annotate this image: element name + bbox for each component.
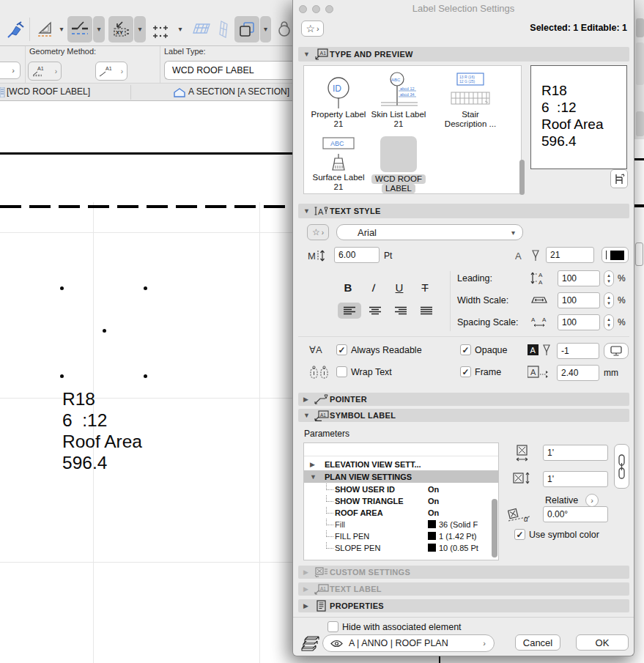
tree-row-roof-area[interactable]: ROOF AREA On (304, 506, 498, 519)
spacing-scale-field[interactable] (558, 314, 600, 330)
align-left-button[interactable] (338, 303, 361, 319)
palette-button[interactable] (636, 18, 644, 37)
section-symbol-label[interactable]: ▼ A1 SYMBOL LABEL (298, 409, 629, 422)
section-pointer[interactable]: ▶ POINTER (298, 393, 629, 406)
section-text-label[interactable]: ▶ A1 TEXT LABEL (298, 582, 629, 596)
opaque-pen-field[interactable] (557, 343, 599, 359)
snap-grid-button[interactable] (149, 16, 173, 42)
disclosure-triangle-icon[interactable]: ▶ (310, 461, 315, 468)
frame-offset-field[interactable] (557, 365, 599, 381)
favorites-popup-button[interactable]: › (0, 62, 21, 79)
text-pen-field[interactable] (546, 247, 594, 263)
screen-only-button[interactable] (604, 343, 629, 359)
coordinate-dropdown-chevron[interactable]: ▾ (134, 16, 146, 42)
list-item-wcd-roof-label-selected[interactable]: WCD ROOFLABEL (365, 136, 432, 193)
snap-grid-dropdown-chevron[interactable]: ▾ (174, 16, 186, 42)
disclosure-triangle-icon[interactable]: ▼ (303, 207, 314, 215)
favorites-button[interactable]: ☆› (301, 21, 324, 37)
width-scale-stepper[interactable]: ▴▾ (604, 292, 614, 308)
set-square-tool-button[interactable] (34, 16, 57, 42)
tree-row-show-user-id[interactable]: SHOW USER ID On (304, 483, 498, 495)
disclosure-triangle-icon[interactable]: ▼ (303, 412, 314, 419)
align-right-button[interactable] (389, 303, 412, 319)
grid-plane-icon[interactable] (215, 16, 232, 42)
parameters-tree[interactable]: ▶ ELEVATION VIEW SETT... ▼ PLAN VIEW SET… (303, 442, 499, 560)
section-type-and-preview[interactable]: ▼ A1 TYPE AND PREVIEW (298, 47, 629, 62)
cancel-button[interactable]: Cancel (515, 634, 560, 651)
selection-handle[interactable] (144, 374, 147, 378)
disclosure-triangle-icon[interactable]: ▼ (303, 51, 314, 58)
snap-guides-button[interactable] (67, 16, 92, 42)
roof-label-text[interactable]: R186 :12Roof Area596.4 (62, 388, 142, 473)
coordinate-input-button[interactable]: XY (108, 16, 133, 42)
geometry-method-associated-button[interactable]: A1 › (28, 62, 62, 81)
tab-a-section[interactable]: A SECTION [A SECTION] (188, 86, 289, 97)
section-custom-settings[interactable]: ▶ CUSTOM SETTINGS (298, 566, 629, 579)
leading-stepper[interactable]: ▴▾ (604, 270, 614, 286)
leading-field[interactable] (558, 270, 600, 286)
width-scale-field[interactable] (558, 292, 600, 308)
section-properties[interactable]: ▶ PROPERTIES (298, 599, 629, 612)
italic-button[interactable]: I (362, 278, 385, 296)
text-style-favorites-button[interactable]: ☆› (307, 224, 329, 240)
tree-row-plan-view-selected[interactable]: ▼ PLAN VIEW SETTINGS (304, 470, 498, 483)
dialog-titlebar[interactable]: Label Selection Settings (293, 0, 634, 16)
tree-row-fill[interactable]: Fill 36 (Solid F (304, 518, 498, 530)
tree-row-elevation[interactable]: ▶ ELEVATION VIEW SETT... (304, 458, 498, 470)
list-item-surface-label[interactable]: ABC Surface Label21 (305, 136, 372, 192)
snap-guides-dropdown-chevron[interactable]: ▾ (93, 16, 105, 42)
align-center-button[interactable] (363, 303, 387, 319)
disclosure-triangle-icon[interactable]: ▶ (303, 602, 314, 610)
disclosure-triangle-icon[interactable]: ▶ (303, 585, 314, 593)
layer-dropdown[interactable]: A | ANNO | ROOF PLAN › (322, 634, 495, 652)
roof-dashed-line[interactable] (0, 205, 292, 208)
symbol-width-field[interactable] (543, 445, 608, 461)
tree-row-show-triangle[interactable]: SHOW TRIANGLE On (304, 495, 498, 507)
layer-plane-dropdown-chevron[interactable]: ▾ (260, 16, 271, 42)
relative-menu-button[interactable]: › (585, 494, 599, 507)
tree-scrollbar-thumb[interactable] (492, 499, 497, 558)
palette-button[interactable] (635, 242, 643, 266)
skewed-grid-icon[interactable] (190, 16, 212, 42)
tree-row-fill-pen[interactable]: FILL PEN 1 (1.42 Pt) (304, 530, 498, 542)
wrap-text-checkbox[interactable] (336, 366, 347, 377)
roof-edge-line[interactable] (0, 152, 292, 155)
bold-button[interactable]: B (338, 278, 358, 296)
use-symbol-color-checkbox[interactable]: ✓ (514, 529, 525, 540)
selection-handle[interactable] (60, 374, 64, 378)
align-justify-button[interactable] (415, 303, 438, 319)
preview-mode-button[interactable] (610, 169, 628, 188)
underline-button[interactable]: U (389, 278, 410, 296)
list-item-stair-description[interactable]: 13 R (16)12 G (25) StairDescription ... (437, 72, 504, 129)
disclosure-triangle-icon[interactable]: ▶ (303, 568, 314, 576)
symbol-angle-field[interactable] (543, 506, 608, 522)
proportional-link-button[interactable] (614, 444, 629, 489)
font-family-dropdown[interactable]: Arial ▾ (336, 224, 523, 240)
tab-wcd-roof-label[interactable]: [WCD ROOF LABEL] (7, 86, 90, 97)
always-readable-checkbox[interactable]: ✓ (336, 344, 347, 355)
label-type-list[interactable]: ID Property Label21 ABCabcd 12abcd 34 Sk… (303, 65, 522, 194)
gravity-tool-icon[interactable] (274, 16, 295, 42)
spacing-scale-stepper[interactable]: ▴▾ (604, 314, 614, 330)
tree-row-slope-pen[interactable]: SLOPE PEN 10 (0.85 Pt (304, 541, 498, 554)
symbol-height-field[interactable] (543, 471, 608, 487)
list-item-skin-list-label[interactable]: ABCabcd 12abcd 34 Skin List Label21 (365, 72, 432, 129)
selection-handle[interactable] (103, 329, 106, 333)
disclosure-triangle-icon[interactable]: ▼ (310, 473, 317, 481)
list-item-property-label[interactable]: ID Property Label21 (305, 72, 372, 129)
pick-up-parameters-icon[interactable] (6, 18, 26, 40)
geometry-method-independent-button[interactable]: A1 › (95, 62, 127, 81)
selection-handle[interactable] (144, 286, 147, 290)
disclosure-triangle-icon[interactable]: ▶ (303, 396, 314, 403)
section-text-style[interactable]: ▼ A TEXT STYLE (298, 204, 629, 218)
palette-button[interactable] (636, 111, 644, 136)
selection-handle[interactable] (60, 286, 64, 290)
strikethrough-button[interactable]: T (415, 278, 435, 296)
set-square-dropdown-chevron[interactable]: ▾ (56, 16, 67, 42)
ok-button[interactable]: OK (576, 634, 629, 651)
frame-checkbox[interactable]: ✓ (460, 366, 471, 377)
label-type-dropdown[interactable]: WCD ROOF LABEL (164, 61, 292, 80)
text-color-swatch-button[interactable] (602, 247, 629, 263)
font-size-field[interactable] (334, 247, 380, 263)
tree-filter-row[interactable] (304, 443, 498, 456)
